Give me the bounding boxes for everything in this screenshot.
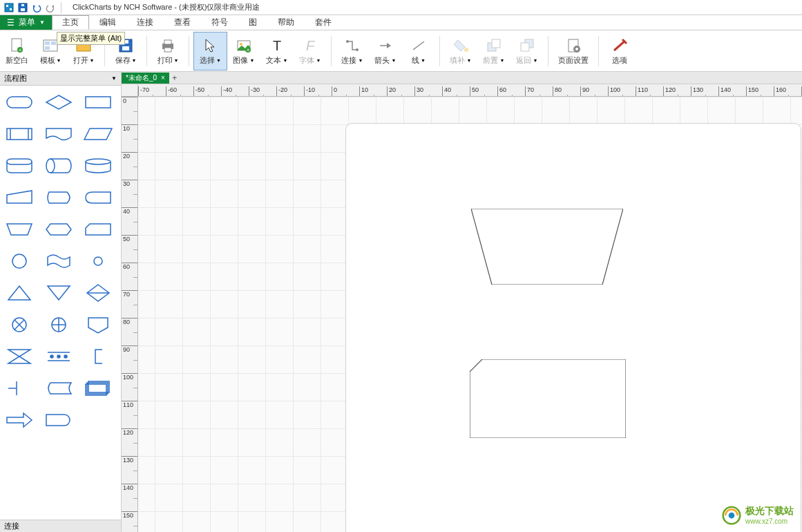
undo-icon[interactable] (30, 1, 43, 14)
shape-preparation[interactable] (42, 217, 75, 242)
sidebar-header[interactable]: 流程图 ▼ (0, 72, 121, 86)
document-tab[interactable]: *未命名_0 × (122, 73, 169, 84)
menu-tab-主页[interactable]: 主页 (52, 15, 89, 30)
menu-tab-连接[interactable]: 连接 (126, 15, 164, 30)
shape-database-cyl[interactable] (3, 153, 36, 178)
shape-extract[interactable] (3, 376, 36, 401)
watermark-url: www.xz7.com (745, 517, 794, 525)
shape-tape[interactable] (42, 249, 75, 274)
shape-blank[interactable] (82, 408, 115, 433)
shape-merge-dots[interactable] (42, 344, 75, 369)
shape-terminator[interactable] (3, 90, 36, 115)
ribbon-front[interactable]: 前置▼ (477, 32, 510, 70)
ribbon-line[interactable]: 线▼ (402, 32, 435, 70)
svg-rect-4 (21, 8, 25, 11)
ribbon-select[interactable]: 选择▼ (193, 32, 227, 70)
ruler-tick: 100 (122, 373, 137, 401)
shape-data[interactable] (82, 122, 115, 146)
shape-circle[interactable] (3, 249, 36, 274)
card-shape[interactable] (470, 359, 626, 438)
shape-stored-data[interactable] (42, 376, 75, 401)
svg-marker-46 (46, 224, 71, 235)
ruler-tick: 0 (122, 97, 137, 124)
ribbon-label: 打开 (73, 55, 88, 66)
ruler-tick: 140 (718, 86, 746, 97)
shape-triangle-down[interactable] (42, 281, 75, 305)
pagesetup-icon (565, 36, 582, 55)
svg-marker-61 (8, 350, 30, 363)
ribbon-fill[interactable]: 填补▼ (444, 32, 477, 70)
chevron-down-icon: ▼ (358, 58, 363, 63)
ribbon-connect[interactable]: 连接▼ (336, 32, 369, 70)
canvas-area: *未命名_0 × + -70-60-50-40-30-20-1001020304… (122, 72, 802, 532)
shape-connector-small[interactable] (82, 249, 115, 274)
horizontal-ruler: -70-60-50-40-30-20-100102030405060708090… (138, 84, 802, 97)
svg-rect-11 (51, 41, 56, 45)
workspace: 流程图 ▼ 连接 *未命名_0 × + -70-60-50-40-30-20-1… (0, 72, 802, 532)
menu-tab-套件[interactable]: 套件 (305, 15, 342, 30)
ribbon-print[interactable]: 打印▼ (151, 32, 184, 70)
shape-card[interactable] (82, 217, 115, 242)
svg-rect-37 (86, 97, 111, 108)
trapezoid-shape[interactable] (471, 209, 623, 285)
tooltip: 显示完整菜单 (Alt) (57, 32, 125, 45)
shape-document[interactable] (42, 122, 75, 146)
font-icon: F (302, 36, 318, 55)
ribbon-label: 连接 (341, 55, 356, 66)
svg-rect-14 (122, 46, 129, 50)
shape-drum[interactable] (42, 153, 75, 178)
shape-sort[interactable] (82, 281, 115, 305)
shape-manual-input[interactable] (3, 185, 36, 210)
svg-rect-18 (164, 48, 171, 52)
svg-point-63 (57, 355, 60, 358)
add-tab-button[interactable]: + (169, 73, 180, 83)
shape-disk[interactable] (82, 153, 115, 178)
ribbon-back[interactable]: 返回▼ (510, 32, 544, 70)
shape-multi-doc[interactable] (82, 376, 115, 401)
shape-predefined[interactable] (3, 122, 36, 146)
shape-bracket[interactable] (82, 344, 115, 369)
menu-tab-查看[interactable]: 查看 (164, 15, 201, 30)
shape-summing[interactable] (3, 312, 36, 337)
ruler-tick: 80 (553, 86, 580, 97)
app-icon[interactable] (3, 1, 15, 14)
shape-process[interactable] (82, 90, 115, 115)
shape-manual-op[interactable] (3, 217, 36, 242)
close-icon[interactable]: × (161, 74, 165, 82)
save-icon[interactable] (17, 1, 29, 14)
shape-triangle-up[interactable] (3, 281, 36, 305)
shape-or[interactable] (42, 312, 75, 337)
ruler-tick: 40 (122, 207, 137, 235)
shape-decision[interactable] (42, 90, 75, 115)
shape-delay[interactable] (42, 408, 75, 433)
ruler-tick: 160 (774, 86, 801, 97)
ruler-tick: 10 (122, 124, 137, 152)
ribbon-font[interactable]: F字体▼ (294, 32, 327, 70)
ribbon-image[interactable]: +图像▼ (227, 32, 260, 70)
main-menu-button[interactable]: ☰ 菜单 ▼ (0, 15, 52, 30)
watermark-name: 极光下载站 (745, 505, 794, 516)
ribbon-options[interactable]: 选项 (603, 32, 636, 70)
shape-collate[interactable] (3, 344, 36, 369)
ribbon-page-setup[interactable]: 页面设置 (553, 32, 594, 70)
canvas[interactable] (138, 97, 802, 532)
sidebar-footer[interactable]: 连接 (0, 520, 121, 532)
ribbon-arrow[interactable]: 箭头▼ (369, 32, 402, 70)
menu-tab-编辑[interactable]: 编辑 (89, 15, 126, 30)
shape-display2[interactable] (82, 185, 115, 210)
svg-marker-41 (84, 129, 112, 140)
svg-point-75 (729, 512, 735, 518)
shape-display[interactable] (42, 185, 75, 210)
chevron-down-icon: ▼ (499, 58, 504, 63)
svg-marker-73 (471, 209, 623, 285)
ribbon-new-blank[interactable]: +新空白 (0, 32, 34, 70)
shape-offpage[interactable] (82, 312, 115, 337)
menu-tab-符号[interactable]: 符号 (201, 15, 238, 30)
menu-tab-图[interactable]: 图 (238, 15, 267, 30)
chevron-down-icon: ▼ (466, 58, 471, 63)
ribbon-text[interactable]: T文本▼ (260, 32, 294, 70)
chevron-down-icon: ▼ (216, 58, 221, 63)
shape-arrow-right-shape[interactable] (3, 408, 36, 433)
menu-tab-帮助[interactable]: 帮助 (267, 15, 305, 30)
redo-icon[interactable] (44, 1, 57, 14)
